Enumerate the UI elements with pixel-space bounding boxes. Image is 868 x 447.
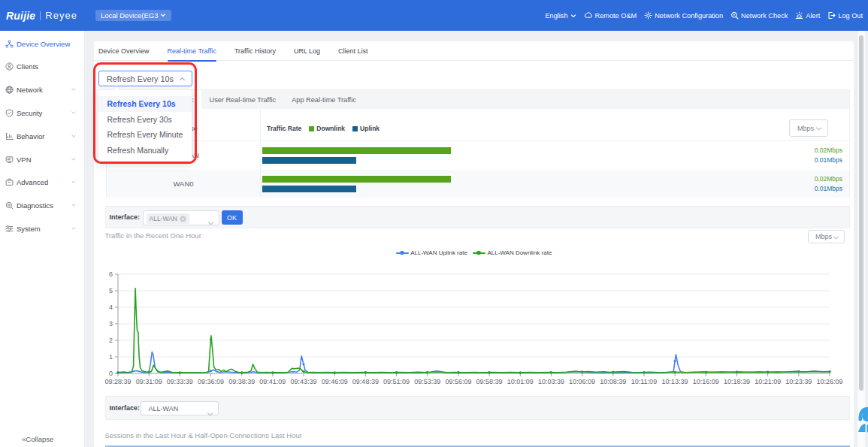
tab-traffic-history[interactable]: Traffic History: [234, 41, 276, 61]
topnav-log-out[interactable]: Log Out: [827, 11, 863, 20]
interface-name: WAN0: [107, 170, 260, 198]
downlink-legend-label: Downlink: [316, 125, 345, 132]
support-float-icon[interactable]: [857, 406, 868, 434]
sidebar-item-label: Device Overview: [17, 40, 70, 48]
menu-option-refresh-every-10s[interactable]: Refresh Every 10s: [98, 96, 192, 112]
hour-unit-select[interactable]: Mbps: [808, 230, 845, 243]
secondary-tabs: Interface Real-time TrafficUser Real-tim…: [107, 90, 849, 109]
diagnostics-icon: [5, 201, 14, 210]
interface-select[interactable]: ALL-WAN: [141, 401, 219, 415]
legend-item-all-wan-uplink-rate[interactable]: ALL-WAN Uplink rate: [396, 249, 467, 256]
tab-url-log[interactable]: URL Log: [294, 41, 320, 61]
bar-unit-select[interactable]: Mbps: [789, 119, 828, 137]
sidebar-item-behavior[interactable]: Behavior: [0, 125, 85, 147]
topnav-remote-o-m[interactable]: Remote O&M: [584, 11, 637, 20]
brand-logo: Ruijie Reyee: [6, 10, 77, 22]
svg-text:0: 0: [109, 370, 113, 377]
svg-text:10:06:09: 10:06:09: [569, 378, 595, 385]
svg-text:10:26:09: 10:26:09: [816, 378, 842, 385]
menu-option-refresh-every-30s[interactable]: Refresh Every 30s: [98, 112, 192, 128]
chevron-down-icon: [71, 201, 77, 210]
topnav-alert[interactable]: Alert: [795, 11, 820, 20]
scrollbar-thumb[interactable]: [859, 35, 864, 391]
legend-item-all-wan-downlink-rate[interactable]: ALL-WAN Downlink rate: [473, 249, 552, 256]
topnav-network-check[interactable]: Network Check: [730, 11, 788, 20]
interface-filter-top: Interface: ALL-WAN OK: [105, 206, 850, 228]
sidebar-item-vpn[interactable]: VPN: [0, 148, 85, 171]
svg-text:09:43:39: 09:43:39: [291, 378, 317, 385]
hour-chart-title: Traffic in the Recent One Hour: [105, 231, 201, 240]
cloud-icon: [584, 11, 593, 20]
svg-text:10:08:39: 10:08:39: [600, 378, 626, 385]
chevron-down-icon: [207, 406, 213, 420]
svg-text:09:41:09: 09:41:09: [259, 378, 286, 385]
menu-option-refresh-every-minute[interactable]: Refresh Every Minute: [98, 127, 192, 143]
brand-reyee: Reyee: [45, 10, 77, 21]
sidebar-item-clients[interactable]: Clients: [0, 56, 85, 78]
svg-text:10:03:39: 10:03:39: [538, 378, 564, 385]
tag-close-icon[interactable]: [180, 212, 186, 225]
interface-select[interactable]: ALL-WAN: [143, 210, 219, 225]
tab-client-list[interactable]: Client List: [338, 41, 368, 61]
sidebar-item-advanced[interactable]: Advanced: [0, 171, 85, 194]
svg-text:09:36:09: 09:36:09: [198, 378, 224, 385]
language-selector[interactable]: English: [545, 12, 576, 20]
alert-icon: [795, 11, 803, 20]
subtab-app-real-time-traffic[interactable]: App Real-time Traffic: [284, 90, 364, 109]
svg-text:1: 1: [109, 353, 113, 361]
svg-text:10:23:39: 10:23:39: [785, 378, 812, 385]
svg-text:09:28:39: 09:28:39: [104, 378, 131, 385]
sidebar: «Collapse Device OverviewClientsNetworkS…: [0, 31, 85, 447]
svg-text:6: 6: [109, 270, 113, 278]
sidebar-item-label: Clients: [17, 62, 38, 71]
bar-chart-title: Traffic Rate: [267, 125, 301, 132]
brand-ruijie: Ruijie: [6, 10, 35, 22]
network-check-icon: [730, 11, 739, 20]
svg-text:09:58:39: 09:58:39: [476, 378, 503, 385]
uplink-bar: [262, 157, 356, 164]
svg-text:2: 2: [109, 337, 113, 344]
sidebar-item-label: VPN: [17, 156, 32, 164]
menu-option-refresh-manually[interactable]: Refresh Manually: [98, 143, 192, 159]
downlink-bar: [262, 176, 451, 183]
svg-text:10:16:09: 10:16:09: [693, 378, 719, 385]
refresh-interval-select[interactable]: Refresh Every 10s: [98, 71, 192, 86]
sidebar-item-diagnostics[interactable]: Diagnostics: [0, 195, 85, 217]
legend-marker: [396, 252, 409, 254]
legend-label: ALL-WAN Downlink rate: [487, 249, 552, 256]
chevron-down-icon: [207, 216, 214, 229]
sidebar-item-device-overview[interactable]: Device Overview: [0, 32, 85, 55]
uplink-legend-swatch: [352, 126, 358, 131]
downlink-value: 0.02Mbps: [815, 176, 842, 183]
chevron-down-icon: [71, 132, 77, 140]
sidebar-item-system[interactable]: System: [0, 217, 85, 240]
legend-marker: [473, 252, 485, 254]
legend-label: ALL-WAN Uplink rate: [410, 249, 467, 256]
svg-text:09:53:39: 09:53:39: [414, 378, 440, 385]
bar-row-wan0: WAN00.02Mbps0.01Mbps: [107, 170, 849, 198]
device-selector-button[interactable]: Local Device(EG3: [95, 10, 172, 21]
interface-filter-label: Interface:: [110, 397, 141, 419]
tab-device-overview[interactable]: Device Overview: [98, 41, 150, 61]
sidebar-item-label: Security: [17, 109, 42, 117]
collapse-button[interactable]: «Collapse: [22, 435, 53, 443]
svg-text:09:38:39: 09:38:39: [228, 378, 255, 385]
uplink-legend-label: Uplink: [360, 125, 380, 132]
svg-text:10:21:09: 10:21:09: [755, 378, 781, 385]
topnav-network-configuration[interactable]: Network Configuration: [644, 11, 723, 20]
chevron-up-icon: [179, 77, 186, 82]
legend-downlink: Downlink: [309, 125, 345, 132]
sidebar-item-network[interactable]: Network: [0, 79, 85, 101]
ok-button[interactable]: OK: [222, 210, 243, 225]
language-label: English: [545, 12, 567, 20]
tab-real-time-traffic[interactable]: Real-time Traffic: [168, 41, 216, 61]
refresh-interval-value: Refresh Every 10s: [107, 74, 174, 83]
top-nav: English Remote O&MNetwork ConfigurationN…: [545, 0, 863, 31]
sidebar-item-security[interactable]: Security: [0, 101, 85, 124]
uplink-value: 0.01Mbps: [815, 157, 842, 164]
sessions-section-title: Sessions in the Last Hour & Half-Open Co…: [105, 431, 302, 439]
subtab-user-real-time-traffic[interactable]: User Real-time Traffic: [201, 90, 284, 109]
svg-text:09:51:09: 09:51:09: [383, 378, 410, 385]
topnav-label: Log Out: [838, 12, 863, 20]
interface-tag-label: ALL-WAN: [150, 215, 177, 222]
